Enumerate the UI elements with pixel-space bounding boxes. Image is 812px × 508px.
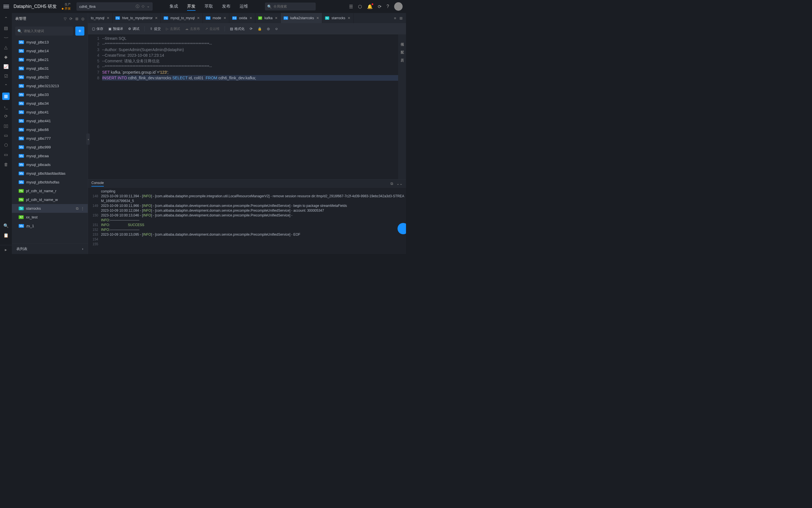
bug-icon[interactable]: ⬡ xyxy=(358,4,362,9)
workspace-select[interactable]: ⓘ ◇ ⌄ xyxy=(77,2,153,11)
add-button[interactable]: + xyxy=(75,27,84,36)
nav-ops[interactable]: 运维 xyxy=(239,3,248,11)
tree-item[interactable]: Mszs_1⧉⋮ xyxy=(12,221,88,230)
filter-icon[interactable]: ▽ xyxy=(64,17,66,21)
rail-collapse-up-icon-2[interactable]: ⌃ xyxy=(3,83,9,89)
menu-icon[interactable] xyxy=(3,5,9,8)
tree-item[interactable]: Msmysql_jdbcaa⧉⋮ xyxy=(12,152,88,160)
tab[interactable]: Fdmode✕ xyxy=(203,13,229,23)
reload-icon[interactable]: ⟳ xyxy=(70,17,73,21)
clear-icon[interactable]: ◇ xyxy=(142,4,144,9)
tree-item[interactable]: Msmysql_jdbc31⧉⋮ xyxy=(12,64,88,73)
format-button[interactable]: ▤格式化 xyxy=(230,27,244,31)
tab[interactable]: Fskafka2starrcoks✕ xyxy=(281,13,322,23)
submit-button[interactable]: ⇧提交 xyxy=(150,27,161,31)
tree-item[interactable]: Kfxx_test⧉⋮ xyxy=(12,213,88,221)
tree-item[interactable]: Msmysql_jdbcfdasfdasfdas⧉⋮ xyxy=(12,169,88,178)
tree-item[interactable]: Msmysql_jdbc441⧉⋮ xyxy=(12,117,88,125)
nav-publish[interactable]: 发布 xyxy=(222,3,230,11)
rail-icon-3[interactable]: △ xyxy=(3,45,9,50)
rail-icon-9[interactable]: ▯▯ xyxy=(3,123,9,129)
help-icon[interactable]: ? xyxy=(387,4,389,9)
rail-table-icon[interactable]: ▦ xyxy=(2,93,10,100)
rail-trash-icon[interactable]: 🗑 xyxy=(3,161,9,167)
save-button[interactable]: ▢保存 xyxy=(92,27,103,31)
tree-item[interactable]: Hvpf_cdh_id_name_r⧉⋮ xyxy=(12,186,88,195)
side-search-input[interactable] xyxy=(24,29,71,33)
tab[interactable]: Fsmysql_to_mysql✕ xyxy=(161,13,203,23)
editor[interactable]: 12345678 --Stream SQL--*****************… xyxy=(88,34,398,179)
tree-item[interactable]: Msmysql_jdbc999⧉⋮ xyxy=(12,143,88,152)
tree-item[interactable]: Msmysql_jdbc33⧉⋮ xyxy=(12,90,88,99)
close-icon[interactable]: ✕ xyxy=(107,16,109,20)
refresh2-icon[interactable]: ⟳ xyxy=(250,27,253,31)
rail-icon-4[interactable]: ◆ xyxy=(3,54,9,60)
tree-item[interactable]: Msmysql_jdbc13⧉⋮ xyxy=(12,38,88,47)
more-icon[interactable]: ⋮ xyxy=(81,206,84,211)
console-body[interactable]: 148 149 150 151152153154155 compiling202… xyxy=(88,188,406,254)
close-icon[interactable]: ✕ xyxy=(223,16,226,20)
close-icon[interactable]: ✕ xyxy=(348,16,350,20)
collapse-icon[interactable]: ⌄⌄ xyxy=(396,181,403,186)
rail-icon-1[interactable]: ▤ xyxy=(3,26,9,31)
locate-icon[interactable]: ◎ xyxy=(81,17,84,21)
split-handle[interactable]: ◂ xyxy=(86,133,90,145)
tab[interactable]: Srstarrocks✕ xyxy=(322,13,354,23)
tab[interactable]: to_mysql✕ xyxy=(88,13,112,23)
rail-refresh-icon[interactable]: ⟳ xyxy=(3,114,9,119)
debug-button[interactable]: ⚙调试 xyxy=(128,27,139,31)
nav-extract[interactable]: 萃取 xyxy=(205,3,213,11)
tree-item[interactable]: Msmysql_jdbc41⧉⋮ xyxy=(12,108,88,117)
rail-icon-2[interactable]: 〰 xyxy=(3,35,9,41)
rail-search-icon[interactable]: 🔍 xyxy=(3,223,9,228)
tab[interactable]: Fdoxida✕ xyxy=(229,13,255,23)
code[interactable]: --Stream SQL--**************************… xyxy=(102,34,398,179)
avatar[interactable] xyxy=(394,2,403,11)
side-search[interactable]: 🔍 xyxy=(15,27,73,36)
close-icon[interactable]: ✕ xyxy=(250,16,252,20)
env-badge[interactable]: 生产 开发 xyxy=(62,2,71,11)
popout-icon[interactable]: ⧉ xyxy=(391,181,393,186)
tree-item[interactable]: Msmysql_jdbc34⧉⋮ xyxy=(12,99,88,108)
new-folder-icon[interactable]: ⊞ xyxy=(75,17,79,21)
grid-icon[interactable]: ⊞ xyxy=(400,16,403,20)
rail-collapse-up-icon[interactable]: ⌃ xyxy=(3,16,9,22)
nav-integrate[interactable]: 集成 xyxy=(170,3,178,11)
global-search-input[interactable] xyxy=(273,4,316,8)
rail-icon-10[interactable]: ▭ xyxy=(3,133,9,138)
workspace-input[interactable] xyxy=(79,4,136,9)
rail-icon-5[interactable]: 📈 xyxy=(3,64,9,70)
tree-item[interactable]: Msmysql_jdbc21⧉⋮ xyxy=(12,55,88,64)
info-icon[interactable]: ⓘ xyxy=(136,4,139,9)
copy-icon[interactable]: ⧉ xyxy=(76,206,79,211)
global-search[interactable]: 🔍 xyxy=(265,3,316,10)
close-icon[interactable]: ✕ xyxy=(155,16,158,20)
tree-item[interactable]: Msmysql_jdbcfdsfsdfas⧉⋮ xyxy=(12,178,88,186)
tree-item[interactable]: Msmysql_jdbcads⧉⋮ xyxy=(12,160,88,169)
tree-item[interactable]: Srstarrocks⧉⋮ xyxy=(12,204,88,213)
tab[interactable]: Kfkafka✕ xyxy=(255,13,281,23)
tree-item[interactable]: Msmysql_jdbc14⧉⋮ xyxy=(12,47,88,55)
rail-expand-icon[interactable]: ▸ xyxy=(0,245,12,254)
tree-item[interactable]: Msmysql_jdbc777⧉⋮ xyxy=(12,134,88,143)
precompile-button[interactable]: ▣预编译 xyxy=(108,27,123,31)
rail-icon-6[interactable]: ☑ xyxy=(3,73,9,79)
nav-develop[interactable]: 开发 xyxy=(187,3,195,11)
smile-icon[interactable]: ☺ xyxy=(275,27,278,31)
chevron-down-icon[interactable]: ⌄ xyxy=(147,4,150,9)
calendar-icon[interactable]: ☰ xyxy=(349,4,353,9)
bell-icon[interactable]: 🔔 xyxy=(367,4,373,9)
close-icon[interactable]: ✕ xyxy=(316,16,319,20)
list-icon[interactable]: ≡ xyxy=(394,16,396,20)
close-icon[interactable]: ✕ xyxy=(197,16,200,20)
rail-icon-11[interactable]: ⬡ xyxy=(3,142,9,148)
tree-item[interactable]: Msmysql_jdbc32⧉⋮ xyxy=(12,73,88,82)
close-icon[interactable]: ✕ xyxy=(275,16,278,20)
console-tab[interactable]: Console xyxy=(91,181,104,186)
rail-clipboard-icon[interactable]: 📋 xyxy=(3,232,9,238)
tree-item[interactable]: Msmysql_jdbc66⧉⋮ xyxy=(12,125,88,134)
rail-folder-icon[interactable]: ▭ xyxy=(3,152,9,158)
rail-terminal-icon[interactable]: ›_ xyxy=(3,104,9,110)
tree-item[interactable]: Msmysql_jdbc3213213⧉⋮ xyxy=(12,82,88,90)
locate2-icon[interactable]: ◎ xyxy=(267,27,270,31)
